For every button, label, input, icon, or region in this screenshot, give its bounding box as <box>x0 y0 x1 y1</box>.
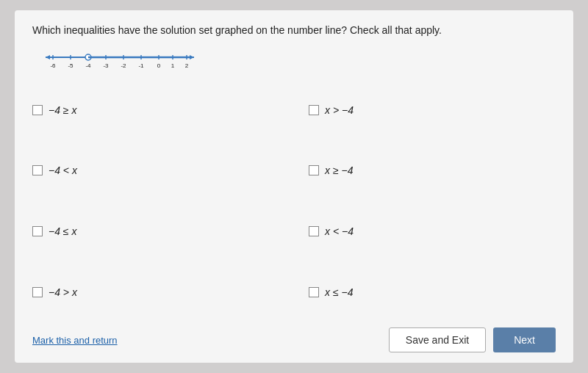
next-button[interactable]: Next <box>493 327 556 352</box>
option-row-7: x < −4 <box>309 203 556 260</box>
option-row-8: x ≤ −4 <box>309 264 556 320</box>
footer: Mark this and return Save and Exit Next <box>32 327 556 352</box>
svg-marker-2 <box>190 55 194 59</box>
option-row-6: x ≥ −4 <box>309 142 556 199</box>
option-label-1: −4 ≥ x <box>49 104 76 116</box>
svg-text:-6: -6 <box>50 62 56 69</box>
svg-text:2: 2 <box>185 62 189 69</box>
question-text: Which inequalities have the solution set… <box>32 23 556 38</box>
option-label-7: x < −4 <box>325 225 354 237</box>
number-line-container: -6 -5 -4 -3 -2 -1 0 <box>32 48 556 70</box>
checkbox-2[interactable] <box>32 165 43 175</box>
option-row-4: −4 > x <box>32 264 279 320</box>
option-row-3: −4 ≤ x <box>32 203 279 260</box>
checkbox-8[interactable] <box>309 287 319 297</box>
option-row-5: x > −4 <box>309 82 556 139</box>
footer-buttons: Save and Exit Next <box>389 327 556 352</box>
checkbox-3[interactable] <box>32 226 43 236</box>
checkbox-6[interactable] <box>309 165 319 175</box>
svg-text:-3: -3 <box>103 62 109 69</box>
option-label-5: x > −4 <box>325 104 354 116</box>
option-row-1: −4 ≥ x <box>32 82 279 139</box>
save-exit-button[interactable]: Save and Exit <box>389 327 486 352</box>
svg-text:0: 0 <box>157 62 161 69</box>
options-grid: −4 ≥ x x > −4 −4 < x x ≥ −4 −4 ≤ x x < −… <box>32 82 556 320</box>
option-label-6: x ≥ −4 <box>325 164 353 176</box>
checkbox-1[interactable] <box>32 105 43 115</box>
option-row-2: −4 < x <box>32 142 279 199</box>
svg-text:1: 1 <box>171 62 175 69</box>
svg-text:-2: -2 <box>121 62 126 69</box>
option-label-3: −4 ≤ x <box>49 225 76 237</box>
svg-marker-1 <box>46 55 50 59</box>
checkbox-7[interactable] <box>309 226 319 236</box>
number-line: -6 -5 -4 -3 -2 -1 0 <box>40 48 201 70</box>
checkbox-4[interactable] <box>32 287 43 297</box>
main-card: Which inequalities have the solution set… <box>15 10 573 363</box>
svg-text:-1: -1 <box>138 62 144 69</box>
option-label-8: x ≤ −4 <box>325 286 353 298</box>
svg-text:-4: -4 <box>85 62 91 69</box>
mark-return-button[interactable]: Mark this and return <box>32 335 118 346</box>
option-label-2: −4 < x <box>49 164 77 176</box>
option-label-4: −4 > x <box>49 286 77 298</box>
svg-text:-5: -5 <box>68 62 74 69</box>
checkbox-5[interactable] <box>309 105 319 115</box>
